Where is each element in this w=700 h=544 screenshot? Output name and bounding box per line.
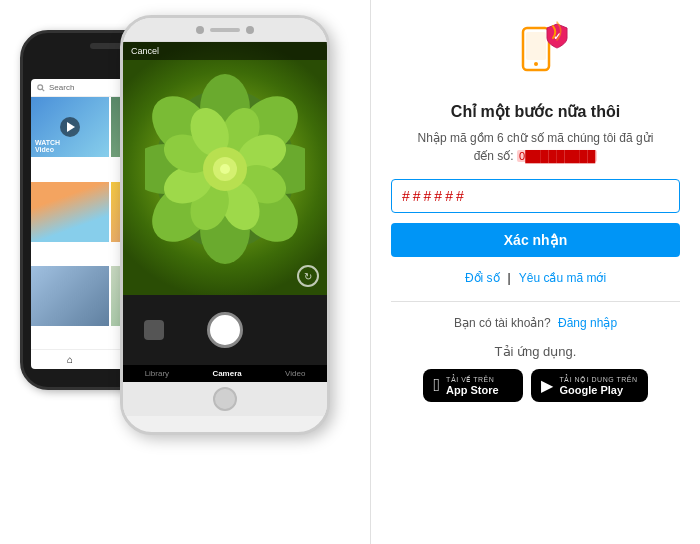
camera-switch-btn[interactable]: ↻: [297, 265, 319, 287]
watch-label: WATCHVideo: [35, 139, 60, 153]
camera-controls: [123, 295, 327, 365]
links-separator: |: [508, 271, 511, 285]
ig-cell-3: [31, 182, 109, 242]
google-play-sub: Tải nội dung trên: [559, 376, 637, 384]
watch-overlay: [60, 117, 80, 137]
right-panel: ✓ Chỉ một bước nữa thôi Nhập mã gồm 6 ch…: [370, 0, 700, 544]
divider: [391, 301, 680, 302]
subtitle-text: Nhập mã gồm 6 chữ số mã chúng tôi đã gửi…: [418, 129, 654, 165]
google-play-name: Google Play: [559, 384, 637, 396]
camera-tab[interactable]: Camera: [212, 369, 241, 378]
change-number-link[interactable]: Đổi số: [465, 271, 500, 285]
confirm-button[interactable]: Xác nhận: [391, 223, 680, 257]
app-store-button[interactable]:  Tải về trên App Store: [423, 369, 523, 402]
front-sensor: [246, 26, 254, 34]
ig-cell-1: WATCHVideo: [31, 97, 109, 157]
left-panel: Search WATCHVideo ⌂: [0, 0, 370, 544]
front-camera: [196, 26, 204, 34]
app-store-name: App Store: [446, 384, 499, 396]
subtitle-part2: đến số:: [474, 149, 514, 163]
apple-icon: : [433, 375, 440, 396]
succulent-visual: [123, 42, 327, 295]
google-play-text: Tải nội dung trên Google Play: [559, 376, 637, 396]
search-icon: [37, 84, 45, 92]
svg-point-21: [220, 164, 230, 174]
subtitle-part1: Nhập mã gồm 6 chữ số mã chúng tôi đã gửi: [418, 131, 654, 145]
shutter-button[interactable]: [207, 312, 243, 348]
google-play-icon: ▶: [541, 376, 553, 395]
resend-code-link[interactable]: Yêu cầu mã mới: [519, 271, 606, 285]
white-phone: Cancel: [120, 15, 330, 435]
white-phone-home-bar: [123, 382, 327, 416]
shield-phone-icon-wrap: ✓: [501, 20, 571, 90]
speaker: [210, 28, 240, 32]
svg-line-1: [42, 89, 44, 91]
search-label: Search: [49, 83, 74, 92]
svg-point-0: [38, 84, 43, 89]
code-input[interactable]: [391, 179, 680, 213]
already-account-text: Bạn có tài khoản?: [454, 316, 551, 330]
svg-rect-23: [526, 32, 546, 60]
succulent-svg: [145, 69, 305, 269]
camera-bottom-tabs: Library Camera Video: [123, 365, 327, 382]
already-account-row: Bạn có tài khoản? Đăng nhập: [454, 316, 617, 330]
library-tab[interactable]: Library: [145, 369, 169, 378]
login-link[interactable]: Đăng nhập: [558, 316, 617, 330]
home-nav-icon: ⌂: [67, 354, 73, 365]
camera-flip-placeholder: [286, 320, 306, 340]
camera-preview: ↻: [123, 42, 327, 295]
ig-cell-5: [31, 266, 109, 326]
home-button[interactable]: [213, 387, 237, 411]
camera-cancel-label: Cancel: [131, 46, 159, 56]
shield-phone-svg: ✓: [501, 20, 571, 90]
store-buttons:  Tải về trên App Store ▶ Tải nội dung t…: [423, 369, 647, 402]
svg-point-24: [534, 62, 538, 66]
page-title: Chỉ một bước nữa thôi: [451, 102, 620, 121]
white-phone-top: [123, 18, 327, 42]
last-photo-thumb: [144, 320, 164, 340]
phone-number-masked: 0█████████: [517, 150, 597, 162]
app-store-sub: Tải về trên: [446, 376, 499, 384]
camera-top-bar: Cancel: [123, 42, 327, 60]
app-store-text: Tải về trên App Store: [446, 376, 499, 396]
camera-switch-icon: ↻: [304, 271, 312, 282]
google-play-button[interactable]: ▶ Tải nội dung trên Google Play: [531, 369, 647, 402]
camera-app: Cancel: [123, 42, 327, 382]
download-label: Tải ứng dụng.: [495, 344, 577, 359]
links-row: Đổi số | Yêu cầu mã mới: [465, 271, 606, 285]
video-tab[interactable]: Video: [285, 369, 305, 378]
